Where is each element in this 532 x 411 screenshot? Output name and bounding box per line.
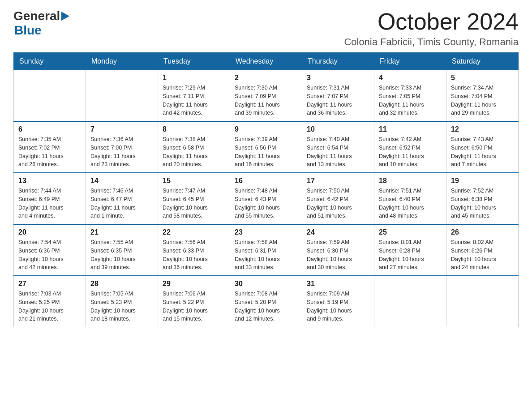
table-row: 21Sunrise: 7:55 AMSunset: 6:35 PMDayligh… (86, 224, 158, 276)
day-info: Sunrise: 7:40 AMSunset: 6:54 PMDaylight:… (307, 135, 369, 169)
table-row: 22Sunrise: 7:56 AMSunset: 6:33 PMDayligh… (158, 224, 230, 276)
day-number: 25 (379, 228, 442, 236)
day-number: 27 (18, 280, 81, 288)
day-number: 7 (90, 125, 153, 133)
table-row: 28Sunrise: 7:05 AMSunset: 5:23 PMDayligh… (86, 276, 158, 327)
day-info: Sunrise: 7:31 AMSunset: 7:07 PMDaylight:… (307, 84, 369, 117)
table-row: 18Sunrise: 7:51 AMSunset: 6:40 PMDayligh… (374, 173, 446, 224)
table-row: 12Sunrise: 7:43 AMSunset: 6:50 PMDayligh… (446, 121, 519, 173)
header-tuesday: Tuesday (158, 53, 230, 70)
day-info: Sunrise: 7:56 AMSunset: 6:33 PMDaylight:… (163, 238, 225, 272)
day-number: 12 (451, 125, 514, 133)
table-row: 29Sunrise: 7:06 AMSunset: 5:22 PMDayligh… (158, 276, 230, 327)
day-info: Sunrise: 7:58 AMSunset: 6:31 PMDaylight:… (235, 238, 297, 272)
table-row: 30Sunrise: 7:08 AMSunset: 5:20 PMDayligh… (230, 276, 302, 327)
table-row (14, 70, 86, 122)
day-number: 1 (163, 74, 225, 82)
day-number: 13 (18, 177, 81, 185)
table-row: 24Sunrise: 7:59 AMSunset: 6:30 PMDayligh… (302, 224, 374, 276)
day-number: 22 (163, 228, 225, 236)
table-row: 16Sunrise: 7:48 AMSunset: 6:43 PMDayligh… (230, 173, 302, 224)
table-row (446, 276, 519, 327)
table-row (374, 276, 446, 327)
table-row: 6Sunrise: 7:35 AMSunset: 7:02 PMDaylight… (14, 121, 86, 173)
table-row: 15Sunrise: 7:47 AMSunset: 6:45 PMDayligh… (158, 173, 230, 224)
day-info: Sunrise: 7:39 AMSunset: 6:56 PMDaylight:… (235, 135, 297, 169)
day-info: Sunrise: 7:43 AMSunset: 6:50 PMDaylight:… (451, 135, 514, 169)
day-info: Sunrise: 7:35 AMSunset: 7:02 PMDaylight:… (18, 135, 81, 169)
day-number: 23 (235, 228, 297, 236)
table-row: 3Sunrise: 7:31 AMSunset: 7:07 PMDaylight… (302, 70, 374, 122)
weekday-header-row: Sunday Monday Tuesday Wednesday Thursday… (14, 53, 519, 70)
header-friday: Friday (374, 53, 446, 70)
day-number: 28 (90, 280, 153, 288)
day-info: Sunrise: 8:02 AMSunset: 6:26 PMDaylight:… (451, 238, 514, 272)
calendar-table: Sunday Monday Tuesday Wednesday Thursday… (13, 52, 519, 327)
table-row: 11Sunrise: 7:42 AMSunset: 6:52 PMDayligh… (374, 121, 446, 173)
month-title: October 2024 (344, 9, 519, 34)
day-info: Sunrise: 7:46 AMSunset: 6:47 PMDaylight:… (90, 187, 153, 220)
day-number: 11 (379, 125, 442, 133)
day-number: 4 (379, 74, 442, 82)
day-number: 2 (235, 74, 297, 82)
day-number: 14 (90, 177, 153, 185)
day-number: 30 (235, 280, 297, 288)
day-info: Sunrise: 7:34 AMSunset: 7:04 PMDaylight:… (451, 84, 514, 117)
table-row: 23Sunrise: 7:58 AMSunset: 6:31 PMDayligh… (230, 224, 302, 276)
day-number: 15 (163, 177, 225, 185)
day-info: Sunrise: 7:50 AMSunset: 6:42 PMDaylight:… (307, 187, 369, 220)
day-info: Sunrise: 7:38 AMSunset: 6:58 PMDaylight:… (163, 135, 225, 169)
day-info: Sunrise: 7:42 AMSunset: 6:52 PMDaylight:… (379, 135, 442, 169)
location-title: Colonia Fabricii, Timis County, Romania (344, 36, 519, 48)
day-info: Sunrise: 7:33 AMSunset: 7:05 PMDaylight:… (379, 84, 442, 117)
day-info: Sunrise: 7:59 AMSunset: 6:30 PMDaylight:… (307, 238, 369, 272)
day-number: 10 (307, 125, 369, 133)
day-number: 6 (18, 125, 81, 133)
day-info: Sunrise: 7:47 AMSunset: 6:45 PMDaylight:… (163, 187, 225, 220)
header-thursday: Thursday (302, 53, 374, 70)
calendar-week-row: 6Sunrise: 7:35 AMSunset: 7:02 PMDaylight… (14, 121, 519, 173)
calendar-week-row: 1Sunrise: 7:29 AMSunset: 7:11 PMDaylight… (14, 70, 519, 122)
table-row: 19Sunrise: 7:52 AMSunset: 6:38 PMDayligh… (446, 173, 519, 224)
day-info: Sunrise: 7:09 AMSunset: 5:19 PMDaylight:… (307, 290, 369, 323)
day-info: Sunrise: 7:44 AMSunset: 6:49 PMDaylight:… (18, 187, 81, 220)
day-number: 24 (307, 228, 369, 236)
title-area: October 2024 Colonia Fabricii, Timis Cou… (344, 9, 519, 48)
calendar-week-row: 13Sunrise: 7:44 AMSunset: 6:49 PMDayligh… (14, 173, 519, 224)
table-row: 1Sunrise: 7:29 AMSunset: 7:11 PMDaylight… (158, 70, 230, 122)
table-row: 13Sunrise: 7:44 AMSunset: 6:49 PMDayligh… (14, 173, 86, 224)
day-number: 29 (163, 280, 225, 288)
day-info: Sunrise: 8:01 AMSunset: 6:28 PMDaylight:… (379, 238, 442, 272)
day-info: Sunrise: 7:06 AMSunset: 5:22 PMDaylight:… (163, 290, 225, 323)
calendar-week-row: 27Sunrise: 7:03 AMSunset: 5:25 PMDayligh… (14, 276, 519, 327)
logo: General Blue (13, 9, 69, 38)
day-info: Sunrise: 7:30 AMSunset: 7:09 PMDaylight:… (235, 84, 297, 117)
table-row (86, 70, 158, 122)
logo-general-text: General (13, 9, 60, 23)
day-number: 26 (451, 228, 514, 236)
table-row: 20Sunrise: 7:54 AMSunset: 6:36 PMDayligh… (14, 224, 86, 276)
logo-blue-text: Blue (14, 23, 42, 37)
table-row: 31Sunrise: 7:09 AMSunset: 5:19 PMDayligh… (302, 276, 374, 327)
day-info: Sunrise: 7:55 AMSunset: 6:35 PMDaylight:… (90, 238, 153, 272)
table-row: 25Sunrise: 8:01 AMSunset: 6:28 PMDayligh… (374, 224, 446, 276)
day-info: Sunrise: 7:05 AMSunset: 5:23 PMDaylight:… (90, 290, 153, 323)
day-number: 31 (307, 280, 369, 288)
day-number: 21 (90, 228, 153, 236)
page-header: General Blue October 2024 Colonia Fabric… (13, 9, 519, 48)
table-row: 10Sunrise: 7:40 AMSunset: 6:54 PMDayligh… (302, 121, 374, 173)
day-number: 17 (307, 177, 369, 185)
day-number: 16 (235, 177, 297, 185)
day-number: 3 (307, 74, 369, 82)
day-info: Sunrise: 7:51 AMSunset: 6:40 PMDaylight:… (379, 187, 442, 220)
day-number: 18 (379, 177, 442, 185)
table-row: 5Sunrise: 7:34 AMSunset: 7:04 PMDaylight… (446, 70, 519, 122)
table-row: 4Sunrise: 7:33 AMSunset: 7:05 PMDaylight… (374, 70, 446, 122)
header-saturday: Saturday (446, 53, 519, 70)
table-row: 9Sunrise: 7:39 AMSunset: 6:56 PMDaylight… (230, 121, 302, 173)
day-number: 9 (235, 125, 297, 133)
day-number: 8 (163, 125, 225, 133)
svg-marker-0 (61, 12, 69, 21)
logo-triangle-icon (61, 12, 69, 22)
table-row: 27Sunrise: 7:03 AMSunset: 5:25 PMDayligh… (14, 276, 86, 327)
